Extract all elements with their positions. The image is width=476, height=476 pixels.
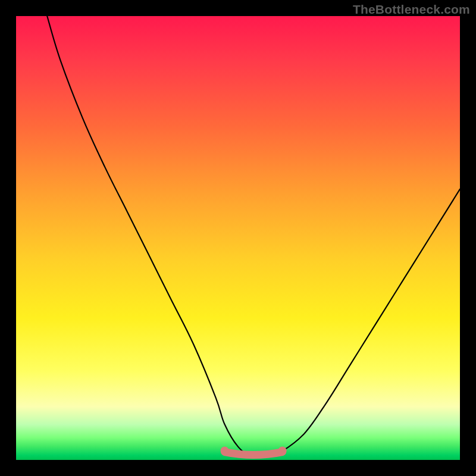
bottleneck-curve [16, 16, 460, 460]
flat-region-dot-left [221, 447, 229, 455]
chart-frame: TheBottleneck.com [0, 0, 476, 476]
plot-area [16, 16, 460, 460]
curve-path [47, 16, 460, 456]
flat-region-dot-right [278, 447, 287, 455]
flat-region-marker [225, 452, 283, 455]
watermark-text: TheBottleneck.com [353, 2, 470, 17]
